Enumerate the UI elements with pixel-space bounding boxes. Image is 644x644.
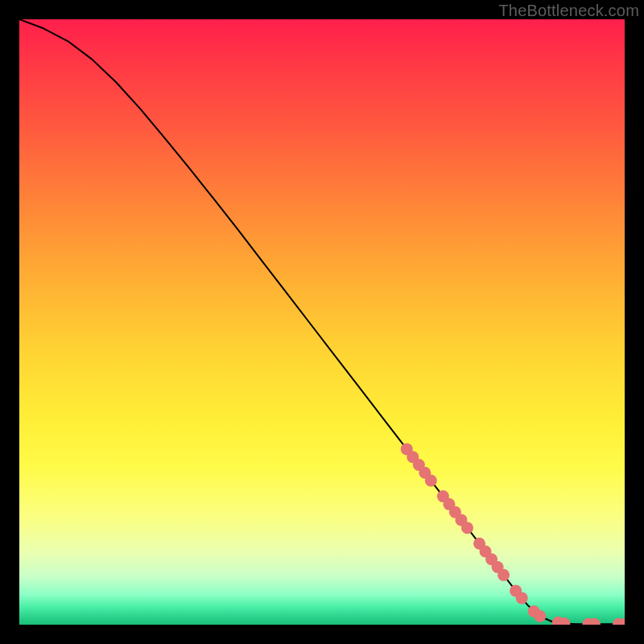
data-marker	[516, 592, 528, 604]
data-marker	[497, 569, 510, 581]
data-marker	[425, 475, 437, 487]
data-marker	[461, 522, 473, 534]
plot-area	[19, 19, 625, 625]
chart-svg	[19, 19, 625, 625]
watermark-text: TheBottleneck.com	[498, 2, 639, 20]
data-marker	[534, 610, 546, 622]
bottleneck-curve	[19, 19, 625, 624]
chart-frame: TheBottleneck.com	[0, 0, 644, 644]
